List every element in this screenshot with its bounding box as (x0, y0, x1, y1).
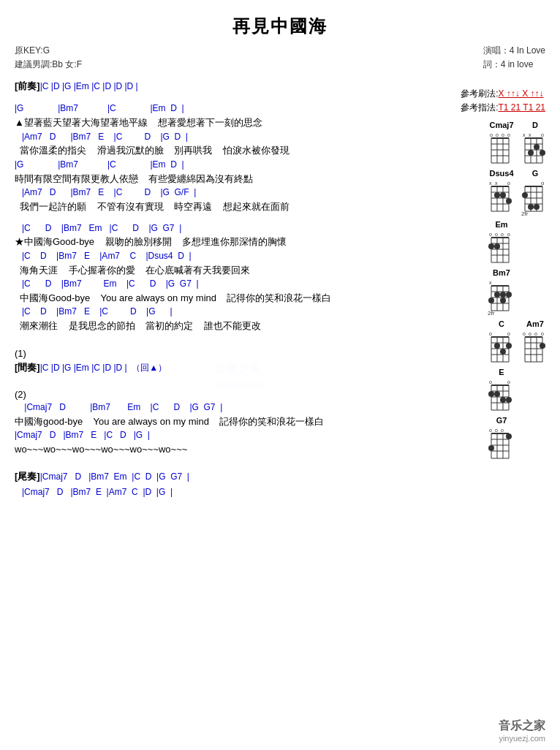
svg-text:o: o (495, 428, 498, 433)
svg-point-41 (500, 192, 506, 198)
chord-g-diagram: o 2fr (521, 179, 549, 216)
outro-section: [尾奏]|Cmaj7 D |Bm7 Em |C D |G G7 | |Cmaj7… (15, 469, 458, 499)
svg-text:o: o (501, 232, 504, 237)
svg-point-143 (506, 433, 512, 439)
chorus-chord-1: |C D |Bm7 Em |C D |G G7 | (15, 222, 458, 235)
chord-row-7: G7 o o o (488, 416, 515, 460)
svg-point-53 (522, 192, 528, 198)
svg-point-84 (506, 292, 512, 298)
chorus-chord-2: |C D |Bm7 E |Am7 C |Dsus4 D | (15, 250, 458, 262)
chorus-lyric-2: 海角天涯 手心握著你的愛 在心底喊著有天我要回來 (15, 263, 458, 278)
chord-row-5: C o o (488, 319, 549, 363)
chord-dsus4-label: Dsus4 (489, 169, 513, 178)
chord-cmaj7-diagram: o o o o (488, 131, 515, 164)
outro-label: [尾奏] (15, 471, 40, 482)
svg-text:o: o (489, 331, 492, 336)
svg-text:x: x (489, 280, 492, 285)
svg-text:o: o (489, 428, 492, 433)
svg-point-129 (500, 397, 506, 403)
svg-point-55 (534, 204, 540, 210)
svg-point-71 (494, 243, 500, 249)
svg-point-70 (488, 243, 494, 249)
svg-text:o: o (502, 132, 504, 137)
svg-point-27 (540, 150, 545, 156)
chord-g7-diagram: o o o (488, 426, 515, 460)
chord-line-4: |Am7 D |Bm7 E |C D |G G/F | (15, 186, 458, 199)
chord-row-3: Em o o o o (488, 220, 515, 264)
chord-g: G o 2fr (521, 169, 549, 216)
svg-text:o: o (541, 132, 544, 137)
svg-text:o: o (507, 379, 510, 385)
chorus-chord-3: |C D |Bm7 Em |C D |G G7 | (15, 278, 458, 290)
chord-e-label: E (499, 368, 504, 376)
svg-point-82 (494, 292, 500, 298)
chorus-section: |C D |Bm7 Em |C D |G G7 | ★中國海Good-bye 親… (15, 222, 458, 333)
svg-text:o: o (541, 180, 545, 186)
svg-text:o: o (507, 331, 510, 336)
singer-info: 演唱：4 In Love (483, 44, 545, 58)
chord-dsus4: Dsus4 x x o (488, 169, 515, 213)
svg-point-25 (534, 144, 540, 150)
verse2-section: |Cmaj7 D |Bm7 Em |C D |G G7 | 中國海good-by… (15, 401, 458, 457)
lyricist-info: 詞：4 in love (483, 58, 545, 72)
chord-e-diagram: o o (488, 378, 515, 412)
chord-cmaj7: Cmaj7 o o o o (488, 121, 515, 164)
number-1: (1) (15, 348, 458, 359)
chord-d-label: D (532, 121, 538, 129)
verse-section: |G |Bm7 |C |Em D | ▲望著藍天望著大海望著地平線 想著愛想著下… (15, 102, 458, 213)
chord-am7-diagram: o o o o (521, 330, 549, 363)
svg-text:o: o (496, 132, 499, 137)
prelude-chords: |C |D |G |Em |C |D |D |D | (40, 81, 138, 91)
chord-d-diagram: x x o (521, 131, 549, 164)
svg-point-99 (494, 343, 500, 349)
verse2-chord-2: |Cmaj7 D |Bm7 E |C D |G | (15, 429, 458, 442)
svg-point-42 (506, 198, 512, 204)
svg-text:o: o (495, 232, 498, 237)
svg-point-40 (494, 192, 500, 198)
svg-text:o: o (501, 428, 504, 433)
chord-bm7-label: Bm7 (493, 268, 510, 277)
svg-text:2fr: 2fr (521, 211, 529, 216)
footer-site-name: 音乐之家 (499, 719, 545, 734)
chord-g7: G7 o o o (488, 416, 515, 460)
song-title: 再見中國海 (15, 15, 545, 38)
svg-text:o: o (489, 379, 492, 385)
chord-diagrams: Cmaj7 o o o o (488, 121, 549, 460)
footer-logo: 音乐之家 yinyuezj.com (499, 719, 545, 743)
svg-point-101 (506, 343, 512, 349)
chord-am7: Am7 o o o o (521, 319, 549, 363)
svg-text:x: x (529, 132, 531, 137)
suggest-info: 建議男調:Bb 女:F (15, 58, 82, 72)
verse2-lyric-2: wo~~~wo~~~wo~~~wo~~~wo~~~wo~~~ (15, 442, 458, 457)
chord-em: Em o o o o (488, 220, 515, 264)
chord-g7-label: G7 (496, 416, 507, 425)
svg-point-83 (500, 292, 506, 298)
chord-d: D x x o (521, 121, 549, 164)
interlude-section: [間奏]|C |D |G |Em |C |D |D | （回▲） (15, 360, 458, 374)
svg-point-130 (506, 397, 512, 403)
svg-text:o: o (534, 331, 537, 336)
svg-text:o: o (507, 181, 510, 186)
svg-text:o: o (490, 132, 493, 137)
prelude-section: [前奏]|C |D |G |Em |C |D |D |D | (15, 79, 458, 93)
meta-right: 演唱：4 In Love 詞：4 in love (483, 44, 545, 72)
page: 再見中國海 原KEY:G 建議男調:Bb 女:F 演唱：4 In Love 詞：… (0, 0, 560, 750)
svg-text:o: o (507, 232, 510, 237)
strum-section: 參考刷法:X ↑↑↓ X ↑↑↓ 參考指法:T1 21 T1 21 (461, 88, 545, 115)
svg-point-100 (500, 349, 506, 355)
footer-url: yinyuezj.com (499, 734, 545, 743)
chord-cmaj7-label: Cmaj7 (489, 121, 513, 129)
strum-label-1: 參考刷法: (461, 88, 498, 99)
strum-pattern-1: X ↑↑↓ X ↑↑↓ (499, 88, 544, 99)
chord-am7-label: Am7 (526, 319, 544, 328)
strum-line-2: 參考指法:T1 21 T1 21 (461, 102, 545, 114)
chorus-chord-4: |C D |Bm7 E |C D |G | (15, 306, 458, 318)
chord-g-label: G (532, 169, 539, 178)
verse2-chord-1: |Cmaj7 D |Bm7 Em |C D |G G7 | (15, 401, 458, 414)
svg-text:2fr: 2fr (488, 310, 495, 315)
meta-section: 原KEY:G 建議男調:Bb 女:F 演唱：4 In Love 詞：4 in l… (15, 44, 545, 72)
key-info: 原KEY:G (15, 44, 82, 58)
chord-c-label: C (499, 319, 504, 328)
lyric-line-4: 我們一起許的願 不管有沒有實現 時空再遠 想起來就在面前 (15, 200, 458, 214)
chord-dsus4-diagram: x x o (488, 179, 515, 213)
